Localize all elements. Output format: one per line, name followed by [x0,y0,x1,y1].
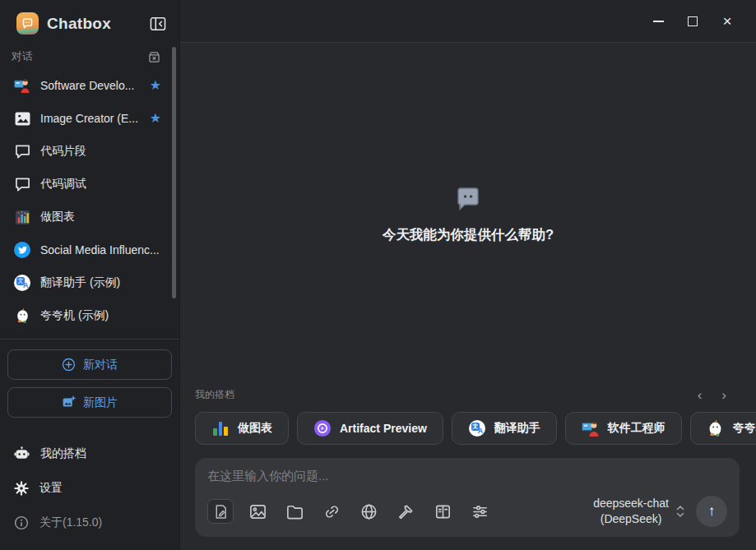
message-input[interactable] [207,469,727,483]
sidebar-item-code-debug[interactable]: 代码调试 [0,168,179,201]
sidebar-item-image-creator[interactable]: Image Creator (E... ★ [0,102,179,135]
attachment-tools [207,499,593,524]
knowledge-base-button[interactable] [429,499,456,524]
minimize-window-button[interactable] [641,8,675,35]
chip-translate-assistant[interactable]: 文A 翻译助手 [452,412,557,445]
model-name-line: deepseek-chat [593,496,669,512]
chip-label: 软件工程师 [608,421,666,436]
new-image-label: 新图片 [83,395,118,410]
info-icon [14,515,29,530]
kuakua-mascot-icon [707,419,725,437]
model-selector[interactable]: deepseek-chat (DeepSeek) [593,496,684,528]
conversation-label: Software Develo... [40,79,140,92]
translate-icon: 文A [468,419,486,437]
carousel-right-icon[interactable]: › [712,388,736,402]
image-plus-icon [62,395,76,409]
globe-icon [359,502,378,521]
image-icon [248,502,267,521]
partners-section: 我的搭档 ‹ › 做图表 Artifact Preview 文A 翻译助 [180,388,756,445]
folder-icon [285,502,304,521]
sidebar-item-code-snippet[interactable]: 代码片段 [0,135,179,168]
man-technologist-icon [14,77,30,94]
conversation-label: 代码片段 [40,144,173,159]
conversation-label: 夸夸机 (示例) [40,308,173,323]
chip-software-engineer[interactable]: 软件工程师 [565,412,682,445]
about-label: 关于(1.15.0) [39,515,102,530]
chip-label: 做图表 [238,421,272,436]
settings-label: 设置 [39,481,63,496]
chip-label: 夸夸机 [733,421,756,436]
sidebar-item-about[interactable]: 关于(1.15.0) [0,506,179,540]
conversations-section-label: 对话 [12,49,147,64]
new-chat-button[interactable]: 新对话 [7,349,172,380]
attach-link-button[interactable] [318,499,345,524]
man-technologist-icon [582,419,600,437]
sidebar-item-my-partners[interactable]: 我的搭档 [0,437,179,471]
close-window-button[interactable]: × [710,8,744,35]
model-provider-line: (DeepSeek) [593,511,669,528]
partner-chips-row: 做图表 Artifact Preview 文A 翻译助手 软件工程 [195,412,756,445]
sliders-icon [471,502,489,521]
sidebar-item-settings[interactable]: 设置 [0,471,179,506]
robot-icon [14,446,30,461]
window-titlebar: × [180,0,756,43]
translate-icon: 文A [14,275,30,291]
partners-label: 我的搭档 [195,388,688,402]
new-image-button[interactable]: 新图片 [7,387,172,418]
minimize-icon [653,21,664,22]
bar-chart-icon [14,209,30,225]
send-arrow-icon: ↑ [708,503,716,520]
brand-row: Chatbox [0,0,179,44]
message-input-box[interactable]: deepseek-chat (DeepSeek) ↑ [195,458,740,537]
tools-button[interactable] [392,499,419,524]
chip-kuakua-machine[interactable]: 夸夸机 [690,412,756,445]
sidebar: Chatbox 对话 Software Develo... ★ [0,0,180,550]
chip-label: Artifact Preview [340,422,427,435]
quote-document-button[interactable] [207,499,234,524]
maximize-window-button[interactable] [675,8,710,35]
chevron-up-down-icon [676,504,684,519]
twitter-bird-icon [14,242,30,258]
attach-image-button[interactable] [244,499,271,524]
conversations-section-header: 对话 [0,44,179,69]
image-icon [14,110,30,127]
sidebar-item-kuakua-machine[interactable]: 夸夸机 (示例) [0,299,179,332]
sidebar-divider [0,339,179,340]
book-columns-icon [434,502,452,521]
carousel-left-icon[interactable]: ‹ [688,388,712,402]
model-name: deepseek-chat (DeepSeek) [593,496,669,528]
web-browsing-button[interactable] [355,499,382,524]
my-partners-label: 我的搭档 [40,446,86,461]
model-settings-button[interactable] [466,499,493,524]
chat-bubble-icon [14,143,30,159]
artifact-play-icon [313,419,332,437]
sidebar-item-translate-assistant[interactable]: 文A 翻译助手 (示例) [0,266,179,299]
sidebar-footer-links: 我的搭档 设置 关于(1.15.0) [0,437,179,540]
main-panel: × 今天我能为你提供什么帮助? 我的搭档 ‹ › 做图表 [180,0,756,550]
chat-bubble-placeholder-icon [454,186,482,214]
conversation-label: 代码调试 [40,177,173,192]
hammer-icon [397,502,415,521]
kuakua-mascot-icon [14,307,30,324]
sidebar-item-social-media-influencer[interactable]: Social Media Influenc... [0,233,179,266]
attach-file-button[interactable] [281,499,308,524]
sidebar-item-make-chart[interactable]: 做图表 [0,201,179,233]
send-button[interactable]: ↑ [696,496,727,527]
circle-plus-icon [62,358,76,372]
greeting-text: 今天我能为你提供什么帮助? [383,226,554,244]
link-icon [322,502,341,521]
new-chat-label: 新对话 [83,358,118,372]
chip-artifact-preview[interactable]: Artifact Preview [297,412,443,445]
chip-label: 翻译助手 [494,421,540,436]
empty-chat-area: 今天我能为你提供什么帮助? [180,43,756,388]
conversation-label: Social Media Influenc... [40,243,173,257]
clear-conversations-icon[interactable] [147,50,161,64]
conversation-label: Image Creator (E... [40,112,140,125]
conversation-label: 做图表 [40,210,173,224]
sidebar-item-software-developer[interactable]: Software Develo... ★ [0,69,179,102]
partners-header: 我的搭档 ‹ › [195,388,756,402]
collapse-sidebar-icon[interactable] [150,16,166,31]
chip-make-chart[interactable]: 做图表 [195,412,289,445]
chatbox-logo-icon [16,12,39,35]
sidebar-scrollbar[interactable] [172,47,176,298]
